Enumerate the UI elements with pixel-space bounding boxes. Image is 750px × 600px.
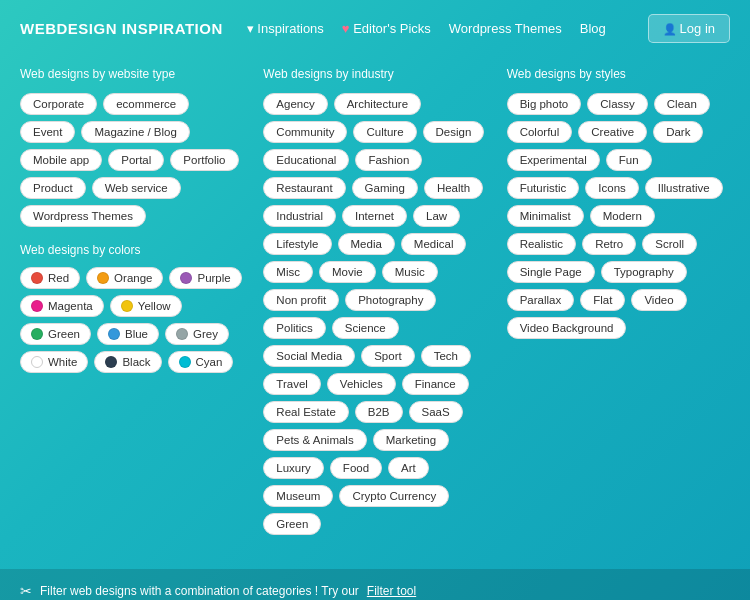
tag-item[interactable]: Real Estate <box>263 401 348 423</box>
tag-item[interactable]: Vehicles <box>327 373 396 395</box>
color-tag-black[interactable]: Black <box>94 351 161 373</box>
tag-item[interactable]: Law <box>413 205 460 227</box>
tag-item[interactable]: Social Media <box>263 345 355 367</box>
tag-item[interactable]: Music <box>382 261 438 283</box>
tag-item[interactable]: Photography <box>345 289 436 311</box>
styles-tags: Big photoClassyCleanColorfulCreativeDark… <box>507 93 730 339</box>
tag-item[interactable]: Media <box>338 233 395 255</box>
tag-item[interactable]: Health <box>424 177 483 199</box>
nav-inspirations[interactable]: Inspirations <box>247 21 324 36</box>
industry-title: Web designs by industry <box>263 67 486 81</box>
tag-item[interactable]: Museum <box>263 485 333 507</box>
tag-item[interactable]: Retro <box>582 233 636 255</box>
tag-item[interactable]: Minimalist <box>507 205 584 227</box>
tag-item[interactable]: Fun <box>606 149 652 171</box>
tag-item[interactable]: Colorful <box>507 121 573 143</box>
color-tag-white[interactable]: White <box>20 351 88 373</box>
tag-item[interactable]: Politics <box>263 317 325 339</box>
nav-blog[interactable]: Blog <box>580 21 606 36</box>
tag-item[interactable]: Video <box>631 289 686 311</box>
tag-item[interactable]: Marketing <box>373 429 450 451</box>
tag-item[interactable]: Experimental <box>507 149 600 171</box>
main-content: Web designs by website type Corporateeco… <box>0 57 750 569</box>
tag-item[interactable]: Video Background <box>507 317 627 339</box>
tag-item[interactable]: Product <box>20 177 86 199</box>
tag-item[interactable]: Educational <box>263 149 349 171</box>
color-tag-orange[interactable]: Orange <box>86 267 163 289</box>
tag-item[interactable]: Modern <box>590 205 655 227</box>
column-industry: Web designs by industry AgencyArchitectu… <box>263 67 486 549</box>
login-button[interactable]: Log in <box>648 14 730 43</box>
tag-item[interactable]: Art <box>388 457 429 479</box>
tag-item[interactable]: Event <box>20 121 75 143</box>
tag-item[interactable]: Crypto Currency <box>339 485 449 507</box>
tag-item[interactable]: Non profit <box>263 289 339 311</box>
tag-item[interactable]: Restaurant <box>263 177 345 199</box>
tag-item[interactable]: Tech <box>421 345 471 367</box>
tag-item[interactable]: Science <box>332 317 399 339</box>
color-label: Purple <box>197 272 230 284</box>
tag-item[interactable]: Parallax <box>507 289 575 311</box>
tag-item[interactable]: Illustrative <box>645 177 723 199</box>
tag-item[interactable]: Fashion <box>355 149 422 171</box>
color-tag-magenta[interactable]: Magenta <box>20 295 104 317</box>
tag-item[interactable]: Clean <box>654 93 710 115</box>
tag-item[interactable]: Community <box>263 121 347 143</box>
tag-item[interactable]: Pets & Animals <box>263 429 366 451</box>
tag-item[interactable]: Corporate <box>20 93 97 115</box>
tag-item[interactable]: Wordpress Themes <box>20 205 146 227</box>
website-type-tags: CorporateecommerceEventMagazine / BlogMo… <box>20 93 243 227</box>
tag-item[interactable]: Typography <box>601 261 687 283</box>
tag-item[interactable]: Futuristic <box>507 177 580 199</box>
tag-item[interactable]: Industrial <box>263 205 336 227</box>
tag-item[interactable]: Culture <box>353 121 416 143</box>
tag-item[interactable]: ecommerce <box>103 93 189 115</box>
column-website-type: Web designs by website type Corporateeco… <box>20 67 243 549</box>
footer-text: Filter web designs with a combination of… <box>40 584 359 598</box>
tag-item[interactable]: Architecture <box>334 93 421 115</box>
industry-tags: AgencyArchitectureCommunityCultureDesign… <box>263 93 486 535</box>
nav-editors[interactable]: Editor's Picks <box>342 21 431 36</box>
tag-item[interactable]: Single Page <box>507 261 595 283</box>
tag-item[interactable]: Lifestyle <box>263 233 331 255</box>
tag-item[interactable]: Web service <box>92 177 181 199</box>
tag-item[interactable]: Misc <box>263 261 313 283</box>
tag-item[interactable]: Gaming <box>352 177 418 199</box>
tag-item[interactable]: Luxury <box>263 457 324 479</box>
tag-item[interactable]: Food <box>330 457 382 479</box>
tag-item[interactable]: Internet <box>342 205 407 227</box>
tag-item[interactable]: Portfolio <box>170 149 238 171</box>
tag-item[interactable]: Scroll <box>642 233 697 255</box>
tag-item[interactable]: Portal <box>108 149 164 171</box>
tag-item[interactable]: Magazine / Blog <box>81 121 189 143</box>
color-tag-red[interactable]: Red <box>20 267 80 289</box>
tag-item[interactable]: Mobile app <box>20 149 102 171</box>
tag-item[interactable]: Classy <box>587 93 648 115</box>
color-tag-purple[interactable]: Purple <box>169 267 241 289</box>
nav-wordpress-themes[interactable]: Wordpress Themes <box>449 21 562 36</box>
tag-item[interactable]: Creative <box>578 121 647 143</box>
color-tag-yellow[interactable]: Yellow <box>110 295 182 317</box>
tag-item[interactable]: SaaS <box>409 401 463 423</box>
color-tag-green[interactable]: Green <box>20 323 91 345</box>
tag-item[interactable]: Travel <box>263 373 321 395</box>
color-tag-cyan[interactable]: Cyan <box>168 351 234 373</box>
color-tag-grey[interactable]: Grey <box>165 323 229 345</box>
colors-title: Web designs by colors <box>20 243 243 257</box>
tag-item[interactable]: Big photo <box>507 93 582 115</box>
tag-item[interactable]: Icons <box>585 177 639 199</box>
filter-tool-link[interactable]: Filter tool <box>367 584 416 598</box>
tag-item[interactable]: Design <box>423 121 485 143</box>
tag-item[interactable]: Sport <box>361 345 415 367</box>
color-tag-blue[interactable]: Blue <box>97 323 159 345</box>
tag-item[interactable]: Flat <box>580 289 625 311</box>
tag-item[interactable]: Movie <box>319 261 376 283</box>
tag-item[interactable]: B2B <box>355 401 403 423</box>
tag-item[interactable]: Dark <box>653 121 703 143</box>
tag-item[interactable]: Medical <box>401 233 467 255</box>
tag-item[interactable]: Agency <box>263 93 327 115</box>
tag-item[interactable]: Realistic <box>507 233 576 255</box>
tag-item[interactable]: Finance <box>402 373 469 395</box>
logo: WEBDESIGN INSPIRATION <box>20 20 223 37</box>
tag-item[interactable]: Green <box>263 513 321 535</box>
